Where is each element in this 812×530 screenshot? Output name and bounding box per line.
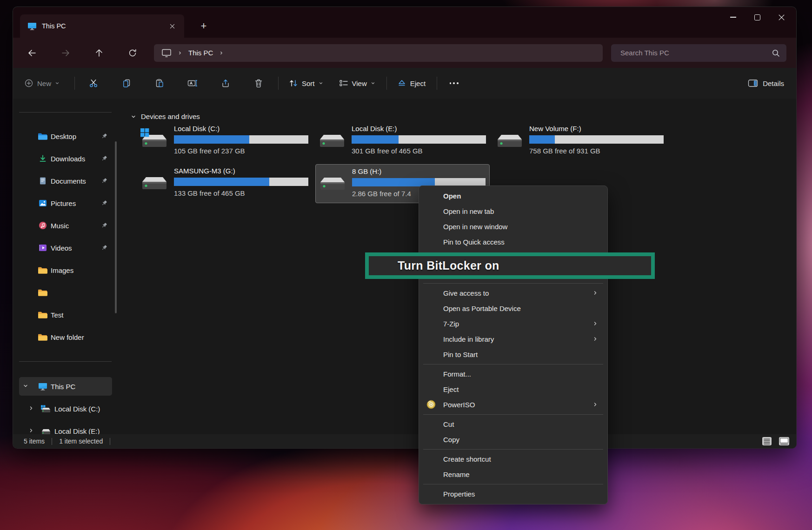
menu-item-include-in-library[interactable]: Include in library [419, 331, 607, 347]
sidebar-scrollbar[interactable] [115, 141, 117, 313]
details-pane-button[interactable]: Details [743, 74, 789, 93]
chevron-right-icon[interactable] [28, 428, 34, 433]
sidebar-item-local-disk-c[interactable]: Local Disk (C:) [19, 399, 112, 418]
menu-item-give-access-to[interactable]: Give access to [419, 285, 607, 301]
chevron-right-icon [592, 290, 598, 296]
view-button[interactable]: View [335, 74, 379, 93]
search-box[interactable] [611, 44, 786, 62]
menu-separator [423, 449, 603, 450]
pin-icon [101, 222, 107, 229]
pictures-icon [38, 199, 48, 207]
arrow-up-icon [94, 48, 104, 58]
menu-item-pin-to-quick-access[interactable]: Pin to Quick access [419, 234, 607, 250]
os-drive-icon [40, 405, 51, 413]
chevron-right-icon[interactable] [28, 405, 34, 411]
sidebar-item-test[interactable]: Test [19, 305, 112, 324]
up-button[interactable] [90, 45, 108, 61]
chevron-right-icon [592, 321, 598, 326]
share-icon [221, 79, 230, 88]
sidebar-item-unnamed-folder[interactable] [19, 283, 112, 302]
folder-icon [38, 289, 48, 297]
this-pc-monitor-icon [38, 382, 48, 391]
navigation-sidebar: Desktop Downloads Documents Pictures Mus [13, 99, 121, 434]
drive-tile-samsung-m3-g[interactable]: SAMSUNG-M3 (G:) 133 GB free of 465 GB [138, 164, 312, 203]
chevron-down-icon [371, 81, 375, 86]
new-tab-button[interactable]: + [193, 17, 214, 35]
search-icon[interactable] [772, 49, 780, 57]
sidebar-pinned-list: Desktop Downloads Documents Pictures Mus [13, 127, 121, 350]
downloads-icon [38, 155, 48, 162]
sort-button[interactable]: Sort [285, 74, 327, 93]
delete-button[interactable] [248, 74, 269, 93]
address-bar[interactable]: This PC [154, 44, 603, 62]
cut-button[interactable] [83, 74, 104, 93]
hard-drive-icon [319, 174, 346, 192]
chevron-right-icon [592, 402, 598, 407]
toolbar-separator [386, 77, 387, 90]
copy-button[interactable] [116, 74, 137, 93]
drive-tile-local-disk-e[interactable]: Local Disk (E:) 301 GB free of 465 GB [315, 122, 490, 161]
sidebar-item-documents[interactable]: Documents [19, 172, 112, 190]
menu-item-open-in-new-window[interactable]: Open in new window [419, 219, 607, 234]
menu-item-open[interactable]: Open [419, 188, 607, 204]
folder-icon [38, 333, 48, 341]
status-bar: 5 items 1 item selected [13, 434, 796, 448]
menu-item-format[interactable]: Format... [419, 366, 607, 382]
paste-button[interactable] [149, 74, 170, 93]
breadcrumb-this-pc[interactable]: This PC [188, 49, 213, 57]
more-options-button[interactable] [444, 74, 464, 93]
details-view-toggle[interactable] [762, 437, 772, 446]
ellipsis-icon [450, 82, 459, 84]
menu-item-open-as-portable-device[interactable]: Open as Portable Device [419, 301, 607, 316]
new-button[interactable]: New [20, 74, 63, 93]
drive-tile-new-volume-f[interactable]: New Volume (F:) 758 GB free of 931 GB [493, 122, 667, 161]
drive-name: 8 GB (H:) [352, 167, 486, 175]
sidebar-item-images[interactable]: Images [19, 261, 112, 279]
refresh-button[interactable] [123, 45, 142, 61]
eject-button[interactable]: Eject [393, 74, 429, 93]
sidebar-item-pictures[interactable]: Pictures [19, 194, 112, 212]
sidebar-item-downloads[interactable]: Downloads [19, 149, 112, 168]
chevron-down-icon[interactable] [23, 383, 28, 389]
menu-item-create-shortcut[interactable]: Create shortcut [419, 451, 607, 467]
chevron-right-icon [592, 336, 598, 342]
sidebar-item-this-pc[interactable]: This PC [19, 377, 112, 396]
thumbnail-view-toggle[interactable] [779, 437, 790, 446]
rename-button[interactable] [182, 74, 203, 93]
menu-item-cut[interactable]: Cut [419, 417, 607, 432]
forward-button[interactable] [56, 45, 75, 61]
breadcrumb-chevron-icon[interactable] [178, 51, 182, 55]
menu-item-turn-bitlocker-on-label[interactable]: Turn BitLocker on [398, 259, 499, 272]
section-devices-and-drives[interactable]: Devices and drives [131, 113, 200, 120]
sidebar-item-music[interactable]: Music [19, 216, 112, 235]
menu-item-eject[interactable]: Eject [419, 382, 607, 397]
close-button[interactable] [769, 9, 793, 26]
drive-tile-local-disk-c[interactable]: Local Disk (C:) 105 GB free of 237 GB [138, 122, 312, 161]
menu-item-open-in-new-tab[interactable]: Open in new tab [419, 204, 607, 219]
share-button[interactable] [215, 74, 236, 93]
videos-icon [38, 244, 48, 252]
menu-item-poweriso[interactable]: PowerISO [419, 397, 607, 412]
hard-drive-icon [141, 173, 167, 192]
menu-item-rename[interactable]: Rename [419, 467, 607, 482]
menu-item-7-zip[interactable]: 7-Zip [419, 316, 607, 331]
bitlocker-highlight-box[interactable]: Turn BitLocker on [365, 252, 655, 279]
sidebar-item-desktop[interactable]: Desktop [19, 127, 112, 146]
breadcrumb-chevron-icon[interactable] [219, 51, 224, 55]
tab-this-pc[interactable]: This PC [20, 14, 184, 38]
tab-close-icon[interactable] [166, 20, 179, 33]
menu-item-pin-to-start[interactable]: Pin to Start [419, 347, 607, 362]
context-menu: Open Open in new tab Open in new window … [419, 186, 608, 504]
minimize-icon [730, 17, 736, 18]
sidebar-item-new-folder[interactable]: New folder [19, 328, 112, 346]
back-button[interactable] [23, 45, 41, 61]
menu-item-properties[interactable]: Properties [419, 486, 607, 502]
sidebar-item-videos[interactable]: Videos [19, 238, 112, 257]
menu-item-copy[interactable]: Copy [419, 432, 607, 447]
search-input[interactable] [619, 48, 772, 57]
view-list-icon [339, 80, 348, 87]
drive-name: Local Disk (C:) [174, 125, 308, 132]
music-icon [38, 221, 48, 230]
minimize-button[interactable] [721, 9, 745, 26]
maximize-button[interactable] [745, 9, 769, 26]
